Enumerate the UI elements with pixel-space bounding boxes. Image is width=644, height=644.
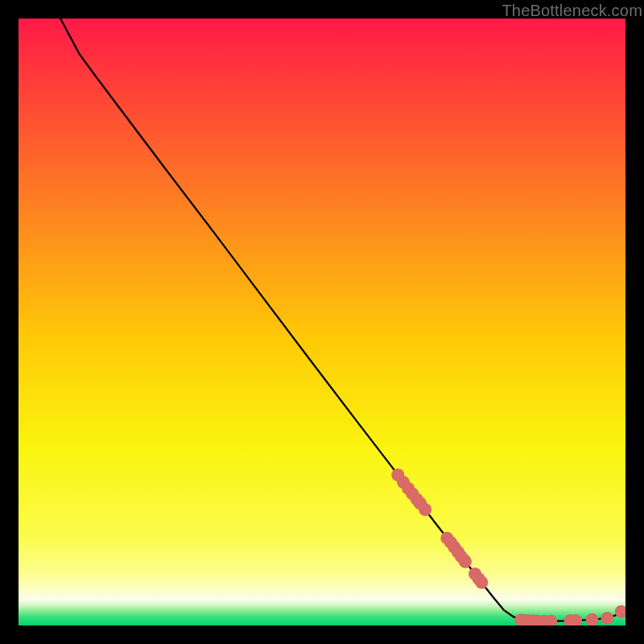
attribution-label: TheBottleneck.com: [502, 2, 642, 20]
plot-area: [19, 19, 625, 625]
data-point: [475, 576, 488, 588]
data-point: [419, 503, 431, 516]
data-point: [459, 555, 472, 568]
data-point: [586, 613, 599, 625]
data-points: [19, 19, 625, 625]
chart-stage: TheBottleneck.com: [0, 0, 644, 644]
data-point: [601, 612, 613, 625]
data-point: [615, 605, 625, 618]
